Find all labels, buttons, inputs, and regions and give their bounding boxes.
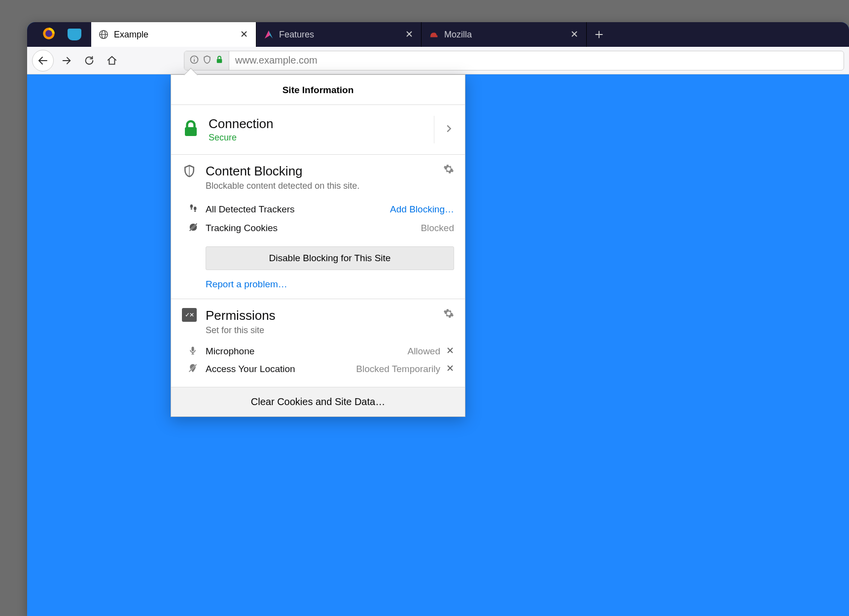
tab-mozilla[interactable]: Mozilla [422, 22, 587, 47]
tracker-label: Tracking Cookies [206, 223, 415, 234]
new-tab-button[interactable] [587, 22, 611, 47]
add-blocking-link[interactable]: Add Blocking… [390, 204, 454, 215]
svg-rect-19 [185, 127, 197, 136]
permission-label: Access Your Location [206, 364, 350, 375]
shield-icon [202, 55, 212, 67]
pocket-icon [68, 29, 81, 40]
svg-point-1 [45, 30, 52, 37]
tracker-status: Blocked [421, 223, 454, 234]
tracker-row: All Detected Trackers Add Blocking… [206, 200, 454, 219]
connection-status: Secure [209, 133, 425, 143]
firefox-icon [42, 27, 56, 42]
clear-cookies-button[interactable]: Clear Cookies and Site Data… [171, 387, 465, 416]
tab-label: Features [279, 30, 400, 40]
close-icon[interactable] [570, 30, 579, 39]
svg-point-21 [191, 208, 193, 210]
permissions-title: Permissions [206, 308, 434, 323]
svg-point-17 [194, 57, 195, 58]
blocking-subtitle: Blockable content detected on this site. [206, 181, 434, 191]
titlebar-icons [27, 22, 91, 47]
svg-rect-27 [192, 347, 194, 351]
connection-title: Connection [209, 116, 425, 132]
mozilla-dino-icon [428, 29, 439, 40]
permissions-subtitle: Set for this site [206, 325, 434, 336]
home-button[interactable] [102, 51, 122, 70]
site-info-popup: Site Information Connection Secure [171, 74, 465, 417]
url-bar[interactable]: www.example.com [184, 51, 844, 70]
tab-label: Example [114, 30, 235, 40]
url-text: www.example.com [229, 55, 323, 66]
gear-icon[interactable] [443, 164, 454, 176]
permission-row: Microphone Allowed [206, 342, 454, 360]
lock-icon [215, 55, 224, 66]
nav-toolbar: www.example.com [27, 47, 849, 74]
microphone-icon [188, 345, 200, 357]
firefox-rocket-icon [263, 29, 274, 40]
tracker-label: All Detected Trackers [206, 204, 384, 215]
cookie-blocked-icon [188, 222, 200, 235]
permission-row: Access Your Location Blocked Temporarily [206, 360, 454, 378]
divider [434, 116, 434, 143]
blocking-title: Content Blocking [206, 164, 434, 179]
chevron-right-icon [443, 123, 454, 136]
permission-status: Blocked Temporarily [356, 364, 440, 375]
svg-point-20 [190, 205, 193, 208]
remove-permission-icon[interactable] [446, 364, 454, 374]
back-button[interactable] [32, 50, 54, 71]
tab-example[interactable]: Example [91, 22, 256, 47]
info-icon [189, 55, 199, 67]
page-content: Site Information Connection Secure [27, 74, 849, 616]
report-problem-link[interactable]: Report a problem… [206, 279, 454, 290]
permissions-icon: ✓✕ [182, 308, 197, 322]
svg-rect-18 [217, 59, 222, 63]
content-blocking-section: Content Blocking Blockable content detec… [171, 154, 465, 299]
gear-icon[interactable] [443, 308, 454, 321]
lock-icon [182, 120, 200, 139]
tab-label: Mozilla [444, 30, 566, 40]
browser-window: Example Features Mozilla [27, 22, 849, 616]
svg-point-22 [194, 206, 197, 210]
shield-icon [182, 164, 197, 178]
globe-icon [98, 29, 109, 40]
close-icon[interactable] [240, 30, 249, 39]
permission-status: Allowed [407, 346, 440, 357]
footsteps-icon [188, 203, 200, 216]
connection-text: Connection Secure [209, 116, 425, 143]
tracker-row: Tracking Cookies Blocked [206, 219, 454, 238]
location-blocked-icon [188, 363, 200, 375]
forward-button[interactable] [57, 51, 76, 70]
permissions-section: ✓✕ Permissions Set for this site Mic [171, 299, 465, 387]
reload-button[interactable] [79, 51, 99, 70]
permission-label: Microphone [206, 346, 401, 357]
tab-bar: Example Features Mozilla [27, 22, 849, 47]
close-icon[interactable] [405, 30, 414, 39]
disable-blocking-button[interactable]: Disable Blocking for This Site [206, 246, 454, 270]
identity-box[interactable] [184, 51, 229, 70]
popup-title: Site Information [171, 75, 465, 104]
tab-features[interactable]: Features [256, 22, 422, 47]
remove-permission-icon[interactable] [446, 346, 454, 356]
svg-point-23 [194, 210, 196, 212]
connection-row[interactable]: Connection Secure [171, 104, 465, 154]
